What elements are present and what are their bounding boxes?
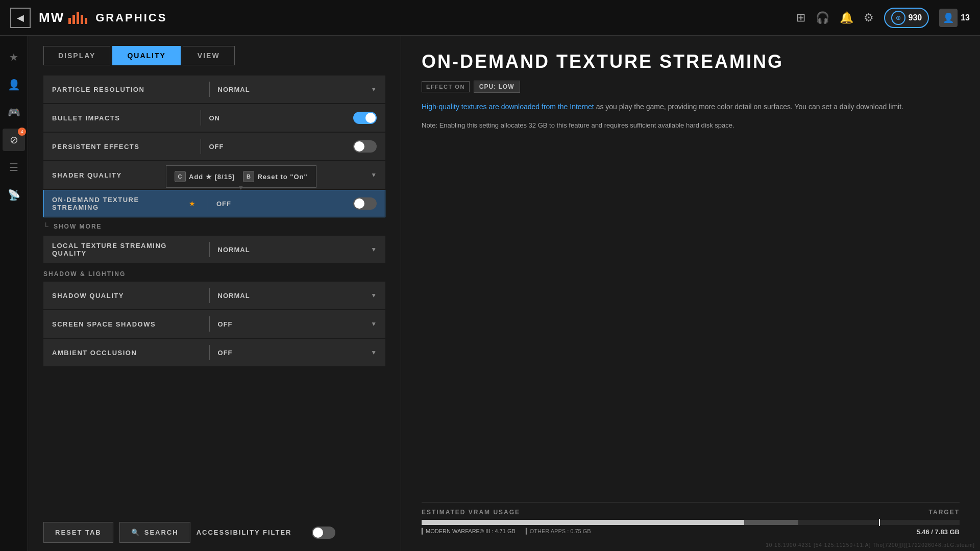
setting-value-shadow-quality: NORMAL <box>218 292 367 299</box>
shader-quality-container: SHADER QUALITY ▼ C Add ★ [8/15] B Reset … <box>43 161 385 189</box>
right-panel: ON-DEMAND TEXTURE STREAMING EFFECT ON CP… <box>401 36 980 551</box>
sidebar-item-player[interactable]: 👤 <box>3 73 25 96</box>
bell-icon[interactable]: 🔔 <box>840 11 853 24</box>
sidebar-badge: 4 <box>18 128 26 136</box>
vram-estimated-label: ESTIMATED VRAM USAGE <box>422 509 520 516</box>
sidebar-item-settings[interactable]: ☰ <box>3 156 25 179</box>
tab-view[interactable]: VIEW <box>183 46 235 65</box>
logo: MW GRAPHICS <box>39 10 167 26</box>
toggle-thumb <box>354 198 364 209</box>
section-shadow-lighting: SHADOW & LIGHTING <box>43 264 385 281</box>
back-button[interactable]: ◀ <box>10 8 31 28</box>
player-info[interactable]: 👤 13 <box>939 9 970 27</box>
setting-particle-resolution[interactable]: PARTICLE RESOLUTION NORMAL ▼ <box>43 76 385 103</box>
setting-on-demand-texture[interactable]: ON-DEMAND TEXTURE STREAMING ★ OFF <box>43 190 385 217</box>
indent-icon: └ <box>43 222 50 231</box>
sidebar-item-network[interactable]: 📡 <box>3 184 25 206</box>
setting-screen-space-shadows[interactable]: SCREEN SPACE SHADOWS OFF ▼ <box>43 310 385 338</box>
setting-bullet-impacts[interactable]: BULLET IMPACTS ON <box>43 104 385 132</box>
vram-section: ESTIMATED VRAM USAGE TARGET ▎MODERN WARF… <box>422 502 960 536</box>
logo-text: MW <box>39 10 64 26</box>
sidebar: ★ 👤 🎮 ⊘ 4 ☰ 📡 <box>0 36 28 551</box>
toggle-thumb <box>313 528 323 538</box>
headset-icon[interactable]: 🎧 <box>816 11 829 24</box>
chevron-down-icon: ▼ <box>371 320 377 328</box>
search-button[interactable]: 🔍 SEARCH <box>119 522 190 543</box>
accessibility-label: ACCESSIBILITY FILTER <box>197 522 303 542</box>
logo-bar-4 <box>81 15 83 24</box>
topbar-right: ⊞ 🎧 🔔 ⚙ ⊕ 930 👤 13 <box>796 8 970 28</box>
divider <box>209 82 210 97</box>
toggle-persistent-effects[interactable] <box>353 140 377 153</box>
divider <box>208 196 208 211</box>
toggle-ondemand-texture[interactable] <box>353 197 377 210</box>
context-add-label: Add ★ [8/15] <box>189 173 235 181</box>
kbd-c: C <box>175 171 186 182</box>
sidebar-item-controller[interactable]: 🎮 <box>3 101 25 123</box>
show-more-label: SHOW MORE <box>54 223 102 230</box>
setting-persistent-effects[interactable]: PERSISTENT EFFECTS OFF <box>43 133 385 160</box>
context-add-favorite[interactable]: C Add ★ [8/15] <box>175 171 235 182</box>
logo-bar-1 <box>68 18 71 24</box>
grid-icon[interactable]: ⊞ <box>796 11 805 24</box>
setting-ambient-occlusion[interactable]: AMBIENT OCCLUSION OFF ▼ <box>43 339 385 366</box>
chevron-down-icon: ▼ <box>371 246 377 253</box>
toggle-bullet-impacts[interactable] <box>353 112 377 124</box>
context-reset-label: Reset to "On" <box>257 173 307 181</box>
sidebar-item-favorites[interactable]: ★ <box>3 46 25 68</box>
currency-value: 930 <box>909 13 922 22</box>
context-reset[interactable]: B Reset to "On" <box>243 171 307 182</box>
chevron-down-icon: ▼ <box>371 171 377 179</box>
currency-badge[interactable]: ⊕ 930 <box>884 8 929 28</box>
show-more-button[interactable]: └ SHOW MORE <box>43 218 385 235</box>
divider <box>209 288 210 303</box>
version-info: 10.16.1900.4231 [54:125:11250+11:A] Tho[… <box>766 542 975 548</box>
setting-value-local-texture: NORMAL <box>218 246 367 254</box>
player-avatar: 👤 <box>939 9 958 27</box>
setting-name-ondemand: ON-DEMAND TEXTURE STREAMING <box>52 196 185 211</box>
divider <box>201 110 201 126</box>
setting-name-ambient: AMBIENT OCCLUSION <box>52 349 201 357</box>
left-panel: DISPLAY QUALITY VIEW PARTICLE RESOLUTION… <box>28 36 401 551</box>
setting-name-bullet: BULLET IMPACTS <box>52 114 192 122</box>
logo-bars <box>68 12 87 24</box>
search-label: SEARCH <box>144 529 179 536</box>
topbar-left: ◀ MW GRAPHICS <box>10 8 167 28</box>
vram-label-mw: ▎MODERN WARFARE® III : 4.71 GB <box>422 528 516 536</box>
chevron-down-icon: ▼ <box>371 292 377 299</box>
setting-local-texture[interactable]: LOCAL TEXTURE STREAMING QUALITY NORMAL ▼ <box>43 236 385 263</box>
reset-tab-button[interactable]: RESET TAB <box>43 522 113 543</box>
divider <box>201 139 201 154</box>
setting-value-bullet: ON <box>209 114 350 122</box>
vram-total: 5.46 / 7.83 GB <box>916 528 960 536</box>
divider <box>209 316 210 332</box>
accessibility-filter[interactable]: ACCESSIBILITY FILTER <box>197 522 336 542</box>
tab-display[interactable]: DISPLAY <box>43 46 110 65</box>
sidebar-item-av[interactable]: ⊘ 4 <box>3 129 25 151</box>
toggle-thumb <box>365 113 376 123</box>
chevron-down-icon: ▼ <box>371 86 377 93</box>
bottom-bar: RESET TAB 🔍 SEARCH ACCESSIBILITY FILTER <box>43 514 385 551</box>
setting-value-ondemand: OFF <box>216 200 349 208</box>
detail-description: High-quality textures are downloaded fro… <box>422 101 960 112</box>
menu-arrow-icon: ▼ <box>238 184 244 191</box>
settings-list: PARTICLE RESOLUTION NORMAL ▼ BULLET IMPA… <box>43 76 385 514</box>
setting-value-screen-shadows: OFF <box>218 320 367 328</box>
vram-target-label: TARGET <box>929 509 960 516</box>
logo-bar-2 <box>72 15 75 24</box>
gear-icon[interactable]: ⚙ <box>864 11 874 24</box>
detail-title: ON-DEMAND TEXTURE STREAMING <box>422 51 960 72</box>
effect-on-value: CPU: LOW <box>474 81 520 93</box>
divider <box>209 345 210 360</box>
tab-quality[interactable]: QUALITY <box>112 46 180 65</box>
toggle-thumb <box>354 141 364 152</box>
setting-name-screen-shadows: SCREEN SPACE SHADOWS <box>52 320 201 328</box>
scroll-fade <box>43 70 385 74</box>
setting-shadow-quality[interactable]: SHADOW QUALITY NORMAL ▼ <box>43 282 385 309</box>
setting-value-ambient: OFF <box>218 349 367 357</box>
main-content: DISPLAY QUALITY VIEW PARTICLE RESOLUTION… <box>28 36 980 551</box>
favorite-star-icon: ★ <box>189 199 195 208</box>
detail-note: Note: Enabling this setting allocates 32… <box>422 120 960 131</box>
player-level: 13 <box>961 13 970 22</box>
accessibility-toggle-switch[interactable] <box>312 527 335 539</box>
